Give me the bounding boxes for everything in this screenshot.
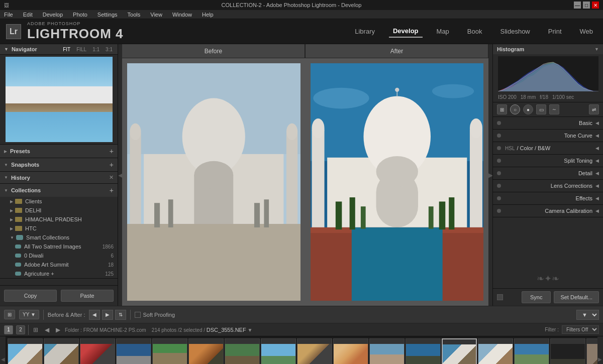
snapshots-add-button[interactable]: + [110,161,114,169]
collection-all-two[interactable]: All Two Satrred Images 1866 [0,242,118,251]
menu-file[interactable]: File [2,11,15,18]
menu-window[interactable]: Window [170,11,194,18]
before-image-container[interactable] [122,58,306,306]
zoom-1-1[interactable]: 1:1 [91,47,100,52]
collection-smart-parent[interactable]: ▼ Smart Collections [0,233,118,242]
filter-dropdown[interactable]: Filters Off [562,325,599,334]
crop-tool[interactable]: ⊞ [497,104,507,114]
nav-map[interactable]: Map [433,26,453,37]
after-image-container[interactable] [306,58,489,306]
zoom-fit[interactable]: FIT [62,47,71,52]
minimize-button[interactable]: — [574,2,581,9]
filmstrip-thumb-13[interactable]: ★★★ [442,338,477,364]
collection-agriculture[interactable]: Agricuture + 125 [0,269,118,278]
fs-prev-button[interactable]: ◀ [43,326,51,334]
collection-htc[interactable]: ▶ HTC [0,224,118,233]
nav-print[interactable]: Print [544,26,566,37]
left-edge-toggle[interactable]: ◀ [118,44,122,306]
filmstrip-thumb-3[interactable]: ★★★ [80,338,115,364]
svg-rect-11 [127,224,300,301]
sync-button[interactable]: Sync [522,291,551,303]
toolbar-dropdown[interactable]: ▼ [576,310,599,320]
collection-clients[interactable]: ▶ Clients [0,197,118,206]
adjustment-brush-tool[interactable]: ～ [549,104,559,114]
presets-header[interactable]: ▶ Presets + [0,145,118,158]
history-header[interactable]: ▼ History ✕ [0,172,118,183]
fs-filename-dropdown[interactable]: ▼ [247,327,252,333]
filmstrip-thumb-5[interactable] [152,338,187,364]
window-controls[interactable]: — □ ✕ [574,2,599,9]
filmstrip-thumb-14[interactable]: ★★★ [478,338,513,364]
filmstrip-thumb-11[interactable] [369,338,405,364]
snapshots-header[interactable]: ▼ Snapshots + [0,158,118,171]
navigator-preview[interactable] [6,57,113,142]
grid-view-button[interactable]: ⊞ [4,310,15,319]
filmstrip-thumb-9[interactable]: ★★★★★ [297,338,332,364]
menu-help[interactable]: Help [200,11,216,18]
rp-detail[interactable]: Detail ◀ [493,167,603,180]
nav-slideshow[interactable]: Slideshow [496,26,534,37]
nav-web[interactable]: Web [576,26,597,37]
nav-develop[interactable]: Develop [389,25,423,38]
menu-tools[interactable]: Tools [126,11,143,18]
history-clear-button[interactable]: ✕ [109,174,114,181]
rp-hsl[interactable]: HSL / Color / B&W ◀ [493,142,603,155]
fs-grid-button[interactable]: ⊞ [32,326,40,334]
collection-delhi[interactable]: ▶ DELHI [0,206,118,215]
filmstrip-thumb-2[interactable]: ★★★ [44,338,79,364]
rp-effects[interactable]: Effects ◀ [493,192,603,205]
filmstrip-thumb-16[interactable] [550,338,585,364]
nav-library[interactable]: Library [351,26,379,37]
yy-button[interactable]: YY ▼ [19,310,39,319]
filmstrip-thumb-1[interactable] [8,338,43,364]
filmstrip-thumb-17[interactable] [586,338,597,364]
menu-settings[interactable]: Settings [95,11,120,18]
right-edge-toggle[interactable]: ▶ [488,44,492,306]
collection-himachal[interactable]: ▶ HIMACHAL PRADESH [0,215,118,224]
filmstrip-thumb-10[interactable] [333,338,368,364]
spot-removal-tool[interactable]: ○ [510,104,520,114]
filmstrip-right-arrow[interactable]: ▶ [597,336,603,364]
rp-lens-corrections[interactable]: Lens Corrections ◀ [493,180,603,192]
menu-photo[interactable]: Photo [71,11,89,18]
filmstrip-left-arrow[interactable]: ◀ [0,336,6,364]
collection-diwali[interactable]: 0 Diwali 6 [0,251,118,260]
collection-art-summit[interactable]: Adobe Art Summit 18 [0,260,118,269]
rp-camera-calibration[interactable]: Camera Calibration ◀ [493,205,603,217]
menu-view[interactable]: View [148,11,164,18]
navigator-header[interactable]: ▼ Navigator FIT FILL 1:1 3:1 [0,44,118,55]
sync-checkbox[interactable] [497,294,503,300]
soft-proofing-checkbox[interactable] [135,312,141,318]
ba-prev-button[interactable]: ◀ [89,310,100,320]
rp-tone-curve[interactable]: Tone Curve ◀ [493,130,603,142]
paste-button[interactable]: Paste [61,290,114,302]
close-button[interactable]: ✕ [592,2,599,9]
ba-swap-button[interactable]: ⇅ [115,310,126,320]
nav-book[interactable]: Book [463,26,486,37]
page-1-button[interactable]: 1 [4,325,13,334]
menu-edit[interactable]: Edit [21,11,35,18]
before-after-tool[interactable]: ⇌ [589,104,599,114]
filmstrip-thumb-4[interactable] [116,338,151,364]
set-default-button[interactable]: Set Default... [554,291,599,303]
filmstrip-thumb-12[interactable] [406,338,441,364]
maximize-button[interactable]: □ [583,2,590,9]
collections-header[interactable]: ▼ Collections + [0,184,118,197]
zoom-fill[interactable]: FILL [75,47,87,52]
filmstrip-thumb-7[interactable]: ★★★ [225,338,260,364]
rp-split-toning[interactable]: Split Toning ◀ [493,155,603,167]
redeye-tool[interactable]: ● [523,104,533,114]
filmstrip-thumb-15[interactable] [514,338,549,364]
copy-button[interactable]: Copy [4,290,57,302]
rp-basic[interactable]: Basic ◀ [493,117,603,130]
page-2-button[interactable]: 2 [16,325,25,334]
menu-develop[interactable]: Develop [41,11,65,18]
presets-add-button[interactable]: + [110,147,114,155]
collections-add-button[interactable]: + [110,186,114,194]
fs-next-button[interactable]: ▶ [54,326,62,334]
graduated-filter-tool[interactable]: ▭ [536,104,546,114]
zoom-3-1[interactable]: 3:1 [105,47,114,52]
filmstrip-thumb-8[interactable] [261,338,296,364]
ba-next-button[interactable]: ▶ [102,310,113,320]
filmstrip-thumb-6[interactable] [188,338,224,364]
